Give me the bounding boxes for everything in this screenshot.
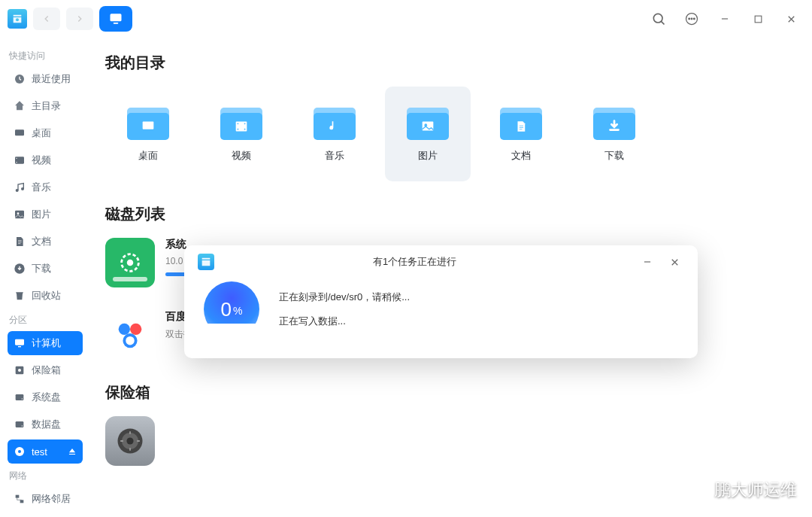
sidebar-item-label: 数据盘 <box>32 418 61 431</box>
progress-unit: % <box>233 305 242 317</box>
disk-system-icon <box>105 238 155 287</box>
sidebar-item-pictures[interactable]: 图片 <box>8 202 83 227</box>
svg-point-0 <box>16 18 19 21</box>
svg-rect-37 <box>423 122 434 131</box>
sidebar-item-test-disc[interactable]: test <box>8 439 83 464</box>
back-button[interactable] <box>33 8 60 30</box>
svg-point-5 <box>689 18 690 20</box>
clock-icon <box>14 73 26 85</box>
svg-point-33 <box>238 123 239 124</box>
sidebar-section-network: 网络 <box>9 470 81 482</box>
disk-icon <box>14 391 26 403</box>
svg-point-15 <box>21 187 24 190</box>
search-button[interactable] <box>645 5 672 32</box>
sidebar-item-label: 音乐 <box>32 181 51 194</box>
sidebar-item-trash[interactable]: 回收站 <box>8 284 83 308</box>
folder-icon <box>407 105 449 140</box>
svg-rect-1 <box>111 14 122 21</box>
sidebar-item-label: 回收站 <box>32 289 61 303</box>
watermark: 鹏大师运维 <box>684 478 797 502</box>
dialog-close-button[interactable] <box>665 252 684 272</box>
dialog-line2: 正在写入数据... <box>279 315 410 328</box>
svg-point-24 <box>22 398 23 399</box>
baidu-icon <box>105 310 155 360</box>
sidebar-item-label: 桌面 <box>32 126 51 140</box>
folder-music[interactable]: 音乐 <box>292 87 377 181</box>
dialog-line1: 正在刻录到/dev/sr0，请稍候... <box>279 290 410 304</box>
sidebar-item-label: 下载 <box>32 262 51 275</box>
sidebar-item-recent[interactable]: 最近使用 <box>8 67 83 91</box>
folder-documents[interactable]: 文档 <box>478 87 564 181</box>
folder-downloads[interactable]: 下载 <box>571 87 657 181</box>
folder-label: 下载 <box>604 149 624 163</box>
sidebar-item-label: 计算机 <box>32 336 61 350</box>
svg-point-36 <box>244 129 246 130</box>
svg-rect-29 <box>16 495 20 498</box>
doc-icon <box>14 236 26 248</box>
sidebar-item-desktop[interactable]: 桌面 <box>8 121 83 145</box>
sidebar-item-music[interactable]: 音乐 <box>8 175 83 199</box>
dialog-minimize-button[interactable] <box>638 252 657 272</box>
watermark-text: 鹏大师运维 <box>714 479 797 501</box>
sidebar-item-data-disk[interactable]: 数据盘 <box>8 412 83 436</box>
svg-point-41 <box>119 324 130 335</box>
vault-dial-icon <box>105 416 155 466</box>
folder-icon <box>500 105 542 140</box>
burn-progress-dialog: 有1个任务正在进行 0 % 正在刻录到/dev/sr0，请稍候... 正在写入数… <box>184 245 698 358</box>
more-button[interactable] <box>678 5 705 32</box>
wechat-icon <box>684 478 708 502</box>
video-icon <box>14 154 26 166</box>
sidebar: 快捷访问 最近使用 主目录 桌面 视频 音乐 图片 文档 下载 回收站 分区 计… <box>0 38 90 517</box>
svg-rect-19 <box>15 339 24 345</box>
sidebar-item-label: 视频 <box>32 154 51 167</box>
maximize-button[interactable] <box>744 5 771 32</box>
disc-icon <box>14 446 26 458</box>
svg-rect-8 <box>755 16 762 23</box>
image-icon <box>14 208 26 220</box>
folder-label: 图片 <box>418 149 438 163</box>
sidebar-item-system-disk[interactable]: 系统盘 <box>8 385 83 409</box>
eject-icon[interactable] <box>66 446 78 458</box>
disk-icon <box>14 418 26 430</box>
svg-rect-31 <box>143 122 154 129</box>
sidebar-section-quickaccess: 快捷访问 <box>9 50 81 62</box>
sidebar-item-label: 最近使用 <box>32 72 71 86</box>
svg-rect-16 <box>15 211 24 219</box>
sidebar-section-partitions: 分区 <box>9 314 81 327</box>
vault-icon <box>14 364 26 376</box>
svg-rect-10 <box>15 129 24 135</box>
folder-label: 视频 <box>232 149 251 163</box>
titlebar <box>0 0 812 38</box>
folder-pictures[interactable]: 图片 <box>385 87 471 181</box>
sidebar-item-home[interactable]: 主目录 <box>8 94 83 118</box>
svg-point-7 <box>694 18 695 20</box>
app-icon <box>8 9 27 29</box>
forward-button[interactable] <box>66 8 93 30</box>
svg-point-35 <box>244 123 246 124</box>
folder-icon <box>220 105 262 140</box>
svg-rect-25 <box>16 421 24 427</box>
folder-desktop[interactable]: 桌面 <box>105 87 191 181</box>
sidebar-item-label: 网络邻居 <box>32 492 71 506</box>
minimize-button[interactable] <box>711 5 738 32</box>
network-icon <box>14 493 26 505</box>
svg-point-40 <box>127 260 134 266</box>
sidebar-item-label: 图片 <box>32 208 51 221</box>
sidebar-item-network[interactable]: 网络邻居 <box>8 487 83 511</box>
sidebar-item-vault[interactable]: 保险箱 <box>8 358 83 382</box>
svg-point-42 <box>130 324 141 335</box>
section-title-disks: 磁盘列表 <box>105 204 782 224</box>
sidebar-item-video[interactable]: 视频 <box>8 148 83 172</box>
folder-video[interactable]: 视频 <box>198 87 284 181</box>
tab-computer[interactable] <box>99 6 132 32</box>
sidebar-item-downloads[interactable]: 下载 <box>8 257 83 281</box>
svg-point-13 <box>16 162 17 163</box>
vault-item[interactable] <box>105 416 155 466</box>
progress-value: 0 <box>221 298 232 321</box>
sidebar-item-documents[interactable]: 文档 <box>8 230 83 254</box>
folder-icon <box>127 105 169 140</box>
svg-rect-23 <box>16 394 24 400</box>
close-button[interactable] <box>777 5 804 32</box>
sidebar-item-computer[interactable]: 计算机 <box>8 331 83 355</box>
svg-point-47 <box>126 437 133 444</box>
